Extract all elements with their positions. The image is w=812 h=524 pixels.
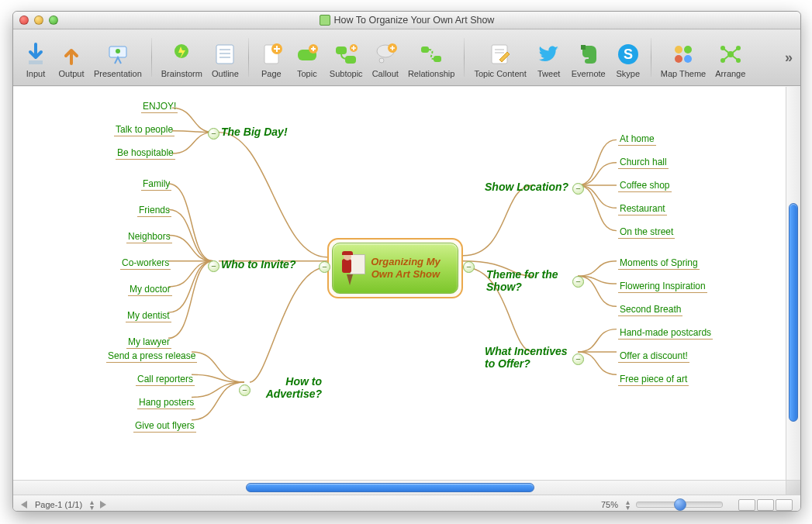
leaf-node[interactable]: At home [618, 133, 656, 146]
resize-corner[interactable] [786, 480, 800, 495]
view-mode-3-button[interactable] [776, 499, 793, 511]
toolbar-item-label: Output [58, 69, 84, 78]
titlebar: How To Organize Your Own Art Show [13, 12, 800, 29]
twitter-icon [537, 42, 561, 67]
toolbar-topic-button[interactable]: Topic [289, 32, 325, 83]
view-mode-2-button[interactable] [757, 499, 774, 511]
collapse-toggle[interactable]: − [572, 183, 584, 195]
leaf-node[interactable]: Send a press release [106, 350, 197, 363]
leaf-node[interactable]: Offer a discount! [618, 350, 689, 363]
subtopic-icon [333, 42, 358, 67]
leaf-node[interactable]: ENJOY! [141, 101, 178, 113]
leaf-node[interactable]: Co-workers [120, 257, 171, 270]
leaf-node[interactable]: Hand-made postcards [618, 327, 713, 340]
toolbar-separator [464, 38, 465, 77]
page-prev-button[interactable] [21, 501, 27, 508]
leaf-node[interactable]: On the street [618, 226, 675, 239]
svg-rect-3 [216, 45, 233, 64]
zoom-slider[interactable] [636, 502, 723, 508]
leaf-node[interactable]: Flowering Inspiration [618, 281, 707, 293]
toolbar-subtopic-button[interactable]: Subtopic [325, 32, 368, 83]
branch-location[interactable]: Show Location? [485, 181, 568, 193]
mindmap-canvas[interactable]: Organizing My Own Art Show − − The Big D… [13, 87, 786, 481]
page-next-button[interactable] [100, 501, 106, 508]
toolbar-output-button[interactable]: Output [54, 32, 89, 83]
arrange-icon [718, 42, 743, 67]
topic-icon [295, 42, 320, 67]
leaf-node[interactable]: Moments of Spring [618, 257, 700, 270]
leaf-node[interactable]: Free piece of art [618, 374, 689, 386]
window-zoom-button[interactable] [49, 16, 58, 25]
leaf-node[interactable]: Second Breath [618, 304, 682, 316]
leaf-node[interactable]: Coffee shop [618, 180, 672, 192]
toolbar-callout-button[interactable]: Callout [368, 32, 403, 83]
collapse-toggle[interactable]: − [572, 276, 584, 288]
toolbar-relationship-button[interactable]: Relationship [403, 32, 460, 83]
canvas-area: Organizing My Own Art Show − − The Big D… [13, 86, 800, 495]
window-close-button[interactable] [19, 16, 29, 25]
branch-big-day[interactable]: The Big Day! [221, 126, 288, 138]
branch-who-invite[interactable]: Who to Invite? [221, 258, 295, 271]
window-minimize-button[interactable] [34, 16, 43, 25]
collapse-toggle[interactable]: − [239, 384, 251, 396]
collapse-toggle[interactable]: − [208, 260, 219, 272]
arrow-up-icon [59, 42, 84, 67]
zoom-label: 75% [601, 500, 618, 509]
leaf-node[interactable]: Restaurant [618, 203, 667, 215]
outline-icon [213, 42, 237, 67]
edit-note-icon [488, 42, 513, 67]
toolbar-item-label: Callout [372, 69, 399, 78]
page-stepper[interactable]: ▴▾ [90, 499, 92, 510]
leaf-node[interactable]: My doctor [128, 284, 172, 296]
toolbar-map-theme-button[interactable]: Map Theme [656, 32, 711, 83]
toolbar-page-button[interactable]: Page [254, 32, 289, 83]
toolbar-item-label: Skype [616, 69, 640, 78]
leaf-node[interactable]: Give out flyers [133, 420, 196, 433]
toolbar-presentation-button[interactable]: Presentation [89, 32, 147, 83]
collapse-toggle[interactable]: − [572, 353, 584, 365]
collapse-toggle[interactable]: − [208, 128, 219, 140]
toolbar-evernote-button[interactable]: Evernote [567, 32, 610, 83]
toolbar-item-label: Page [261, 69, 282, 78]
leaf-node[interactable]: Church hall [618, 157, 669, 169]
leaf-node[interactable]: Friends [137, 205, 171, 217]
leaf-node[interactable]: Family [141, 178, 171, 191]
toolbar-separator [151, 38, 152, 77]
leaf-node[interactable]: Hang posters [137, 397, 195, 409]
status-bar: Page-1 (1/1) ▴▾ 75% ▴▾ [13, 495, 800, 512]
view-mode-1-button[interactable] [738, 499, 755, 511]
scrollbar-thumb[interactable] [789, 203, 798, 422]
toolbar-outline-button[interactable]: Outline [207, 32, 244, 83]
central-topic[interactable]: Organizing My Own Art Show [327, 238, 463, 298]
branch-incentives[interactable]: What Incentives to Offer? [485, 345, 578, 370]
toolbar-overflow-button[interactable]: » [782, 45, 796, 70]
leaf-node[interactable]: Call reporters [136, 374, 195, 386]
svg-rect-22 [581, 45, 586, 50]
toolbar-tweet-button[interactable]: Tweet [531, 32, 567, 83]
zoom-stepper[interactable]: ▴▾ [626, 499, 628, 510]
vertical-scrollbar[interactable] [786, 87, 800, 481]
leaf-node[interactable]: My lawyer [126, 336, 171, 349]
branch-theme[interactable]: Theme for the Show? [486, 268, 572, 293]
toolbar-topic-content-button[interactable]: Topic Content [469, 32, 530, 83]
svg-point-15 [379, 58, 384, 63]
horizontal-scrollbar[interactable] [13, 480, 786, 495]
document-icon [320, 15, 330, 26]
toolbar-brainstorm-button[interactable]: Brainstorm [157, 32, 207, 83]
svg-rect-17 [421, 47, 429, 53]
toolbar-separator [651, 38, 651, 77]
toolbar-item-label: Input [26, 69, 45, 78]
leaf-node[interactable]: Be hospitable [116, 147, 175, 160]
collapse-toggle[interactable]: − [319, 261, 330, 273]
branch-advertise[interactable]: How to Advertise? [252, 375, 322, 400]
scrollbar-thumb[interactable] [246, 483, 534, 492]
toolbar-arrange-button[interactable]: Arrange [710, 32, 750, 83]
leaf-node[interactable]: My dentist [126, 310, 171, 322]
collapse-toggle[interactable]: − [463, 261, 475, 273]
leaf-node[interactable]: Talk to people [114, 124, 174, 136]
toolbar-input-button[interactable]: Input [18, 32, 54, 83]
callout-icon [373, 42, 398, 67]
slider-knob[interactable] [674, 498, 686, 511]
toolbar-skype-button[interactable]: S Skype [610, 32, 646, 83]
leaf-node[interactable]: Neighbors [126, 231, 172, 243]
